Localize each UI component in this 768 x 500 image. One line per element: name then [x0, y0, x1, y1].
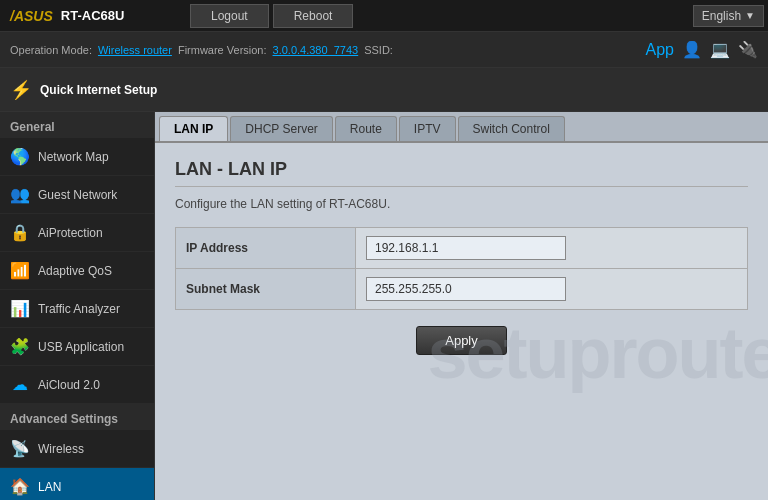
- tab-route[interactable]: Route: [335, 116, 397, 141]
- subnet-mask-label: Subnet Mask: [176, 269, 356, 310]
- language-label: English: [702, 9, 741, 23]
- screen-icon[interactable]: 💻: [710, 40, 730, 59]
- usb-application-icon: 🧩: [10, 337, 30, 356]
- guest-network-icon: 👥: [10, 185, 30, 204]
- sidebar-item-aicloud[interactable]: ☁ AiCloud 2.0: [0, 366, 154, 404]
- logout-button[interactable]: Logout: [190, 4, 269, 28]
- tab-lan-ip[interactable]: LAN IP: [159, 116, 228, 141]
- tab-dhcp-server[interactable]: DHCP Server: [230, 116, 332, 141]
- tab-bar: LAN IP DHCP Server Route IPTV Switch Con…: [155, 112, 768, 143]
- content-area: LAN IP DHCP Server Route IPTV Switch Con…: [155, 112, 768, 500]
- network-map-icon: 🌎: [10, 147, 30, 166]
- ip-address-cell: [356, 228, 748, 269]
- sidebar-item-lan[interactable]: 🏠 LAN: [0, 468, 154, 500]
- app-icon[interactable]: App: [646, 41, 674, 59]
- sidebar-item-wireless[interactable]: 📡 Wireless: [0, 430, 154, 468]
- aiprotection-icon: 🔒: [10, 223, 30, 242]
- ssid-label: SSID:: [364, 44, 393, 56]
- language-selector[interactable]: English ▼: [693, 5, 764, 27]
- table-row: IP Address: [176, 228, 748, 269]
- info-bar: Operation Mode: Wireless router Firmware…: [0, 32, 768, 68]
- adaptive-qos-icon: 📶: [10, 261, 30, 280]
- logo-area: /ASUS RT-AC68U: [0, 8, 190, 24]
- fw-version[interactable]: 3.0.0.4.380_7743: [273, 44, 359, 56]
- header-buttons: Logout Reboot: [190, 4, 693, 28]
- subnet-mask-input[interactable]: [366, 277, 566, 301]
- ip-address-label: IP Address: [176, 228, 356, 269]
- aiprotection-label: AiProtection: [38, 226, 103, 240]
- main-layout: General 🌎 Network Map 👥 Guest Network 🔒 …: [0, 112, 768, 500]
- sidebar-item-usb-application[interactable]: 🧩 USB Application: [0, 328, 154, 366]
- sidebar-item-aiprotection[interactable]: 🔒 AiProtection: [0, 214, 154, 252]
- quick-setup-label: Quick Internet Setup: [40, 83, 157, 97]
- tab-switch-control[interactable]: Switch Control: [458, 116, 565, 141]
- asus-logo: /ASUS: [10, 8, 53, 24]
- info-icons: App 👤 💻 🔌: [646, 40, 758, 59]
- network-map-label: Network Map: [38, 150, 109, 164]
- lan-label: LAN: [38, 480, 61, 494]
- traffic-analyzer-label: Traffic Analyzer: [38, 302, 120, 316]
- subnet-mask-cell: [356, 269, 748, 310]
- sidebar-item-traffic-analyzer[interactable]: 📊 Traffic Analyzer: [0, 290, 154, 328]
- aicloud-label: AiCloud 2.0: [38, 378, 100, 392]
- traffic-analyzer-icon: 📊: [10, 299, 30, 318]
- apply-btn-area: Apply: [175, 326, 748, 355]
- op-mode-value[interactable]: Wireless router: [98, 44, 172, 56]
- ip-address-input[interactable]: [366, 236, 566, 260]
- op-mode-label: Operation Mode:: [10, 44, 92, 56]
- aicloud-icon: ☁: [10, 375, 30, 394]
- quick-setup-icon: ⚡: [10, 79, 32, 101]
- reboot-button[interactable]: Reboot: [273, 4, 354, 28]
- sidebar: General 🌎 Network Map 👥 Guest Network 🔒 …: [0, 112, 155, 500]
- form-table: IP Address Subnet Mask: [175, 227, 748, 310]
- usb-application-label: USB Application: [38, 340, 124, 354]
- header: /ASUS RT-AC68U Logout Reboot English ▼: [0, 0, 768, 32]
- guest-network-label: Guest Network: [38, 188, 117, 202]
- quick-setup-bar[interactable]: ⚡ Quick Internet Setup: [0, 68, 768, 112]
- general-section-title: General: [0, 112, 154, 138]
- model-name: RT-AC68U: [61, 8, 125, 23]
- content-inner: LAN - LAN IP Configure the LAN setting o…: [155, 143, 768, 371]
- wireless-label: Wireless: [38, 442, 84, 456]
- chevron-down-icon: ▼: [745, 10, 755, 21]
- table-row: Subnet Mask: [176, 269, 748, 310]
- adaptive-qos-label: Adaptive QoS: [38, 264, 112, 278]
- advanced-section-title: Advanced Settings: [0, 404, 154, 430]
- sidebar-item-guest-network[interactable]: 👥 Guest Network: [0, 176, 154, 214]
- page-description: Configure the LAN setting of RT-AC68U.: [175, 197, 748, 211]
- tab-iptv[interactable]: IPTV: [399, 116, 456, 141]
- sidebar-item-network-map[interactable]: 🌎 Network Map: [0, 138, 154, 176]
- wireless-icon: 📡: [10, 439, 30, 458]
- lan-icon: 🏠: [10, 477, 30, 496]
- fw-label: Firmware Version:: [178, 44, 267, 56]
- sidebar-item-adaptive-qos[interactable]: 📶 Adaptive QoS: [0, 252, 154, 290]
- plug-icon[interactable]: 🔌: [738, 40, 758, 59]
- apply-button[interactable]: Apply: [416, 326, 507, 355]
- user-icon[interactable]: 👤: [682, 40, 702, 59]
- page-title: LAN - LAN IP: [175, 159, 748, 187]
